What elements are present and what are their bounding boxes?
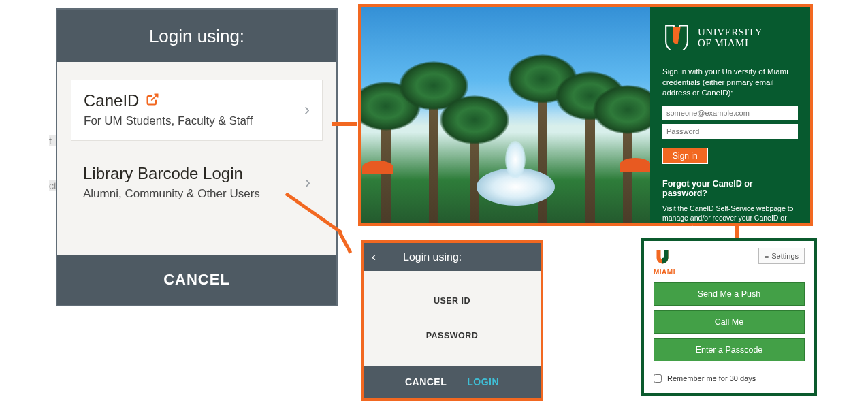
barcode-header: ‹ Login using: — [364, 243, 541, 271]
option-barcode-title: Library Barcode Login — [83, 164, 260, 183]
remember-me-row[interactable]: Remember me for 30 days — [654, 374, 805, 383]
login-button[interactable]: LOGIN — [467, 376, 499, 387]
send-push-button[interactable]: Send Me a Push — [654, 282, 805, 306]
duo-brand-label: MIAMI — [654, 268, 675, 276]
settings-label: Settings — [771, 252, 799, 260]
um-logo-text: UNIVERSITY OF MIAMI — [698, 27, 762, 49]
remember-me-label: Remember me for 30 days — [667, 374, 756, 383]
connector-arrow — [332, 122, 357, 126]
um-logo: UNIVERSITY OF MIAMI — [662, 23, 798, 52]
u-shield-icon — [654, 248, 671, 267]
password-field[interactable]: PASSWORD — [364, 321, 541, 350]
barcode-login-panel: ‹ Login using: USER ID PASSWORD CANCEL L… — [361, 240, 543, 401]
duo-mfa-panel: MIAMI ≡ Settings Send Me a Push Call Me … — [641, 238, 817, 396]
chevron-right-icon: › — [305, 173, 310, 192]
sso-instructions: Sign in with your University of Miami cr… — [662, 67, 798, 99]
sso-form: UNIVERSITY OF MIAMI Sign in with your Un… — [650, 7, 810, 223]
remember-me-checkbox[interactable] — [654, 374, 662, 383]
chevron-right-icon: › — [304, 100, 310, 119]
option-caneid-title: CaneID — [84, 91, 253, 110]
option-caneid-subtitle: For UM Students, Faculty & Staff — [84, 114, 253, 128]
brand-line2: OF MIAMI — [698, 37, 762, 49]
enter-passcode-button[interactable]: Enter a Passcode — [654, 338, 805, 361]
barcode-footer: CANCEL LOGIN — [364, 366, 541, 398]
forgot-body-text: Visit the CaneID Self-Service webpage to… — [662, 204, 793, 231]
userid-field[interactable]: USER ID — [364, 287, 541, 315]
duo-brand: MIAMI — [654, 248, 675, 276]
barcode-body: USER ID PASSWORD — [364, 271, 541, 366]
forgot-body: Visit the CaneID Self-Service webpage to… — [662, 204, 798, 242]
option-barcode[interactable]: Library Barcode Login Alumni, Community … — [71, 153, 323, 213]
connector-arrow — [338, 231, 352, 253]
brand-line1: UNIVERSITY — [698, 27, 762, 38]
email-field[interactable] — [662, 106, 798, 120]
duo-top-bar: MIAMI ≡ Settings — [654, 248, 805, 276]
sso-login-panel: UNIVERSITY OF MIAMI Sign in with your Un… — [358, 4, 813, 226]
cancel-button[interactable]: CANCEL — [57, 255, 336, 305]
settings-button[interactable]: ≡ Settings — [758, 248, 805, 264]
modal-header: Login using: — [57, 10, 336, 62]
call-me-button[interactable]: Call Me — [654, 310, 805, 334]
login-method-modal: Login using: CaneID For UM Students, Fac… — [56, 8, 338, 306]
option-caneid[interactable]: CaneID For UM Students, Faculty & Staff … — [71, 80, 323, 141]
modal-body: CaneID For UM Students, Faculty & Staff … — [57, 62, 336, 255]
external-link-icon — [146, 91, 159, 110]
campus-photo — [361, 7, 650, 223]
forgot-heading: Forgot your CaneID or password? — [662, 179, 798, 198]
back-button[interactable]: ‹ — [372, 250, 376, 264]
option-caneid-title-text: CaneID — [84, 91, 139, 110]
password-field[interactable] — [662, 124, 798, 139]
barcode-header-title: Login using: — [396, 251, 532, 263]
u-shield-icon — [662, 23, 691, 52]
hamburger-icon: ≡ — [765, 252, 769, 260]
option-barcode-subtitle: Alumni, Community & Other Users — [83, 187, 260, 201]
cancel-button[interactable]: CANCEL — [405, 376, 447, 387]
sign-in-button[interactable]: Sign in — [662, 148, 708, 164]
